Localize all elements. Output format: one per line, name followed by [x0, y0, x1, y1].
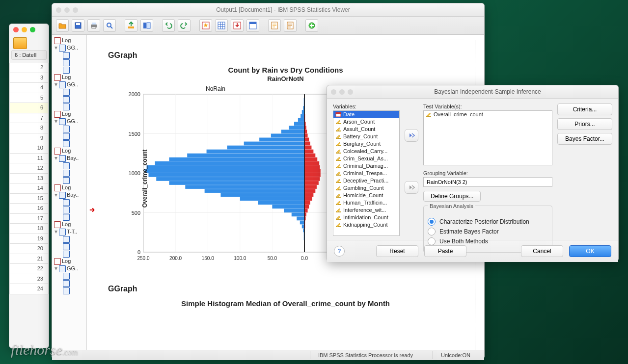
outline-log[interactable]: Log — [54, 74, 85, 81]
outline-child[interactable] — [63, 140, 85, 147]
radio-option[interactable]: Use Both Methods — [428, 237, 548, 245]
outline-child[interactable] — [63, 89, 85, 96]
open-button[interactable] — [56, 19, 69, 32]
row-header[interactable]: 15 — [9, 194, 49, 204]
outline-pane[interactable]: LogGG..LogGG..LogGG..LogBay..LogBay..Log… — [52, 35, 87, 350]
script1-button[interactable] — [268, 19, 281, 32]
outline-child[interactable] — [63, 207, 85, 213]
outline-log[interactable]: Log — [54, 221, 85, 228]
ok-button[interactable]: OK — [569, 245, 611, 257]
outline-graph[interactable]: GG.. — [54, 45, 85, 52]
zoom-icon[interactable] — [73, 7, 78, 13]
cancel-button[interactable]: Cancel — [521, 245, 563, 257]
open-icon[interactable] — [13, 37, 27, 49]
variables-listbox[interactable]: DateArson_CountAssult_CountBattery_Count… — [333, 110, 400, 236]
outline-child[interactable] — [63, 280, 85, 287]
close-icon[interactable] — [13, 27, 19, 32]
script2-button[interactable] — [284, 19, 297, 32]
criteria-button[interactable]: Criteria... — [557, 104, 612, 115]
variable-item[interactable]: Kidnapping_Count — [333, 221, 399, 229]
export-button[interactable] — [125, 19, 137, 32]
row-header[interactable]: 10 — [9, 143, 49, 154]
outline-graph[interactable]: GG.. — [54, 118, 85, 125]
add-green-button[interactable] — [305, 19, 318, 32]
outline-child[interactable] — [63, 287, 85, 294]
row-header[interactable]: 22 — [9, 264, 49, 274]
outline-child[interactable] — [63, 251, 85, 258]
print-button[interactable] — [87, 19, 100, 32]
chart-down-button[interactable] — [231, 19, 244, 32]
test-variable-item[interactable]: Overall_crime_count — [424, 111, 552, 118]
bayes-factor-button[interactable]: Bayes Factor... — [557, 133, 612, 145]
row-header[interactable]: 13 — [9, 174, 49, 184]
variable-item[interactable]: Intimidation_Count — [333, 214, 399, 221]
row-header[interactable]: 14 — [9, 183, 49, 194]
outline-graph[interactable]: GG.. — [54, 265, 85, 272]
variable-item[interactable]: Colcealed_Carry... — [333, 148, 399, 155]
move-to-grouping-button[interactable] — [405, 181, 418, 194]
dialog-recall-button[interactable] — [140, 19, 153, 32]
grouping-variable-input[interactable] — [423, 177, 552, 187]
outline-log[interactable]: Log — [54, 37, 85, 44]
row-header[interactable]: 12 — [9, 163, 49, 174]
outline-child[interactable] — [63, 236, 85, 243]
row-header[interactable]: 5 — [9, 93, 49, 104]
preview-button[interactable] — [103, 19, 116, 32]
row-header[interactable]: 23 — [9, 274, 49, 285]
row-header[interactable]: 7 — [9, 113, 49, 124]
variable-item[interactable]: Gambling_Count — [333, 184, 399, 192]
variable-item[interactable]: Criminal_Trespa... — [333, 170, 399, 177]
row-header[interactable]: 11 — [9, 154, 49, 164]
outline-log[interactable]: Log — [54, 111, 85, 118]
outline-log[interactable]: Log — [54, 258, 85, 265]
outline-log[interactable]: Log — [54, 148, 85, 155]
minimize-icon[interactable] — [64, 7, 70, 13]
outline-child[interactable] — [63, 52, 85, 59]
chart-table-button[interactable] — [246, 19, 259, 32]
help-button[interactable]: ? — [334, 246, 345, 257]
row-header[interactable]: 16 — [9, 204, 49, 214]
row-header[interactable]: 2 — [9, 63, 49, 73]
outline-child[interactable] — [63, 126, 85, 132]
variable-item[interactable]: Human_Trafficin... — [333, 199, 399, 207]
outline-child[interactable] — [63, 162, 85, 169]
radio-option[interactable]: Characterize Posterior Distribution — [428, 218, 548, 226]
variable-item[interactable]: Date — [333, 111, 399, 118]
variable-item[interactable]: Criminal_Damag... — [333, 162, 399, 170]
variable-item[interactable]: Homicide_Count — [333, 192, 399, 199]
radio-option[interactable]: Estimate Bayes Factor — [428, 228, 548, 235]
zoom-icon[interactable] — [30, 27, 35, 32]
row-header[interactable]: 18 — [9, 224, 49, 234]
row-header[interactable]: 20 — [9, 244, 49, 254]
outline-child[interactable] — [63, 214, 85, 221]
move-to-test-button[interactable] — [405, 129, 418, 142]
outline-child[interactable] — [63, 170, 85, 177]
row-header[interactable]: 9 — [9, 133, 49, 144]
outline-table[interactable]: Bay.. — [54, 155, 85, 162]
variable-item[interactable]: Crim_Sexual_As... — [333, 155, 399, 162]
close-icon[interactable] — [331, 89, 336, 95]
chart-star-button[interactable] — [199, 19, 212, 32]
variable-item[interactable]: Burglary_Count — [333, 140, 399, 148]
test-variables-listbox[interactable]: Overall_crime_count — [423, 110, 552, 165]
minimize-icon[interactable] — [339, 89, 345, 95]
row-header[interactable]: 19 — [9, 234, 49, 244]
outline-log[interactable]: Log — [54, 184, 85, 191]
save-button[interactable] — [72, 19, 84, 32]
zoom-icon[interactable] — [348, 89, 353, 95]
define-groups-button[interactable]: Define Groups... — [423, 191, 481, 202]
variable-item[interactable]: Deceptive_Practi... — [333, 177, 399, 184]
outline-table[interactable]: Bay.. — [54, 192, 85, 199]
paste-button[interactable]: Paste — [424, 245, 466, 257]
variable-item[interactable]: Arson_Count — [333, 118, 399, 126]
outline-child[interactable] — [63, 104, 85, 110]
row-header[interactable]: 24 — [9, 284, 49, 294]
close-icon[interactable] — [56, 7, 61, 13]
outline-table[interactable]: T-T.. — [54, 229, 85, 235]
reset-button[interactable]: Reset — [376, 245, 418, 257]
outline-graph[interactable]: GG.. — [54, 81, 85, 88]
outline-child[interactable] — [63, 59, 85, 66]
outline-child[interactable] — [63, 96, 85, 103]
variable-item[interactable]: Assult_Count — [333, 126, 399, 133]
outline-child[interactable] — [63, 243, 85, 250]
